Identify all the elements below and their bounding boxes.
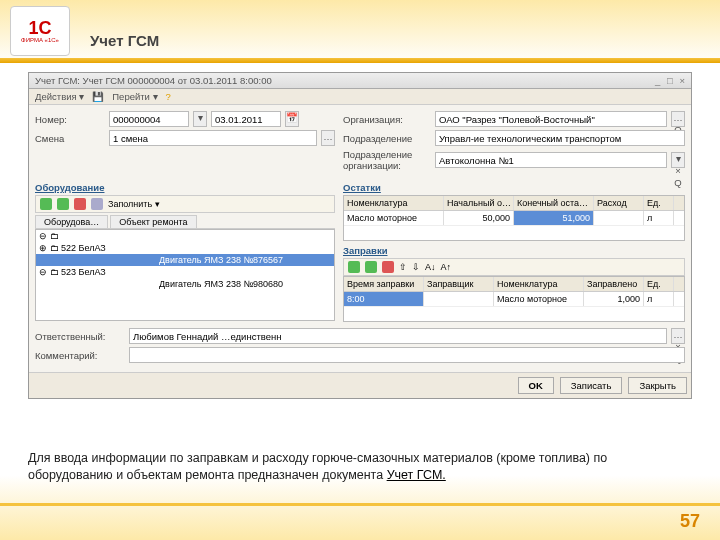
org-label: Организация: [343,114,431,125]
maximize-icon[interactable]: □ [667,75,673,86]
remains-grid[interactable]: Номенклатура Начальный о… Конечный оста…… [343,195,685,241]
minimize-icon[interactable]: _ [655,75,660,86]
divider [0,58,720,63]
table-row[interactable]: Масло моторное 50,000 51,000 л [344,211,684,226]
help-icon[interactable]: ? [166,91,171,102]
close-icon[interactable]: × [679,75,685,86]
date-input[interactable]: 03.01.2011 [211,111,281,127]
fill-button[interactable]: Заполнить ▾ [108,199,160,209]
save-button[interactable]: Записать [560,377,623,394]
equipment-header: Оборудование [35,182,335,193]
equipment-toolbar: Заполнить ▾ [35,195,335,213]
number-input[interactable]: 000000004 [109,111,189,127]
dept-label: Подразделение [343,133,431,144]
divider [0,503,720,506]
equipment-tree[interactable]: ⊖ 🗀 ⊕ 🗀 522 БелАЗ Двигатель ЯМЗ 238 №876… [35,229,335,321]
down-icon[interactable]: ⇩ [412,262,420,272]
up-icon[interactable]: ⇧ [399,262,407,272]
add-icon[interactable] [348,261,360,273]
refresh-icon[interactable] [91,198,103,210]
shift-label: Смена [35,133,105,144]
sort-asc-icon[interactable]: A↓ [425,262,436,272]
add-icon[interactable] [40,198,52,210]
lookup-icon[interactable]: … [321,130,335,146]
page-title: Учет ГСМ [90,32,159,49]
save-icon[interactable]: 💾 [92,91,104,102]
lookup-icon[interactable]: …Q [671,111,685,127]
sort-desc-icon[interactable]: A↑ [441,262,452,272]
toolbar: Действия ▾ 💾 Перейти ▾ ? [29,89,691,105]
date-picker-icon[interactable]: ▾ [193,111,207,127]
fillings-toolbar: ⇧ ⇩ A↓ A↑ [343,258,685,276]
tab-equipment[interactable]: Оборудова… [35,215,108,228]
ok-button[interactable]: OK [518,377,554,394]
fillings-grid[interactable]: Время заправки Заправщик Номенклатура За… [343,276,685,322]
goto-menu[interactable]: Перейти ▾ [112,91,157,102]
close-button[interactable]: Закрыть [628,377,687,394]
app-window: Учет ГСМ: Учет ГСМ 000000004 от 03.01.20… [28,72,692,399]
lookup-icon[interactable]: …× Q [671,328,685,344]
dept2-input[interactable]: Автоколонна №1 [435,152,667,168]
delete-icon[interactable] [382,261,394,273]
number-label: Номер: [35,114,105,125]
fillings-header: Заправки [343,245,685,256]
comment-label: Комментарий: [35,350,125,361]
comment-input[interactable] [129,347,685,363]
lookup-icon[interactable]: ▾ × Q [671,152,685,168]
org-input[interactable]: ОАО "Разрез "Полевой-Восточный" [435,111,667,127]
page-number: 57 [680,511,700,532]
edit-icon[interactable] [57,198,69,210]
brand-logo: 1С ФИРМА «1С» [10,6,70,56]
remains-header: Остатки [343,182,685,193]
actions-menu[interactable]: Действия ▾ [35,91,84,102]
table-row[interactable]: 8:00 Масло моторное 1,000 л [344,292,684,307]
window-title-text: Учет ГСМ: Учет ГСМ 000000004 от 03.01.20… [35,75,272,86]
calendar-icon[interactable]: 📅 [285,111,299,127]
slide-caption: Для ввода информации по заправкам и расх… [28,450,688,484]
window-titlebar: Учет ГСМ: Учет ГСМ 000000004 от 03.01.20… [29,73,691,89]
edit-icon[interactable] [365,261,377,273]
responsible-input[interactable]: Любимов Геннадий …единственн [129,328,667,344]
delete-icon[interactable] [74,198,86,210]
dept2-label: Подразделение организации: [343,149,431,171]
responsible-label: Ответственный: [35,331,125,342]
shift-input[interactable]: 1 смена [109,130,317,146]
dept-input[interactable]: Управл-ие технологическим транспортом [435,130,685,146]
tab-repair-object[interactable]: Объект ремонта [110,215,196,228]
